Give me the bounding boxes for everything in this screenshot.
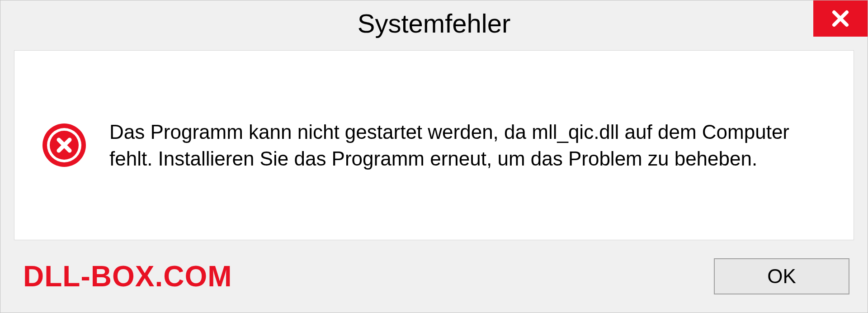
content-panel: Das Programm kann nicht gestartet werden…: [14, 50, 854, 240]
dialog-footer: DLL-BOX.COM OK: [0, 249, 868, 313]
close-icon: [830, 8, 851, 29]
close-button[interactable]: [813, 0, 868, 37]
error-message: Das Programm kann nicht gestartet werden…: [109, 119, 826, 172]
error-dialog: Systemfehler Das Programm kann nicht ges…: [0, 0, 868, 313]
ok-button-label: OK: [767, 265, 796, 288]
titlebar: Systemfehler: [0, 0, 868, 46]
ok-button[interactable]: OK: [714, 258, 849, 294]
dialog-title: Systemfehler: [358, 8, 510, 38]
watermark-text: DLL-BOX.COM: [23, 260, 232, 293]
error-icon: [42, 123, 87, 168]
